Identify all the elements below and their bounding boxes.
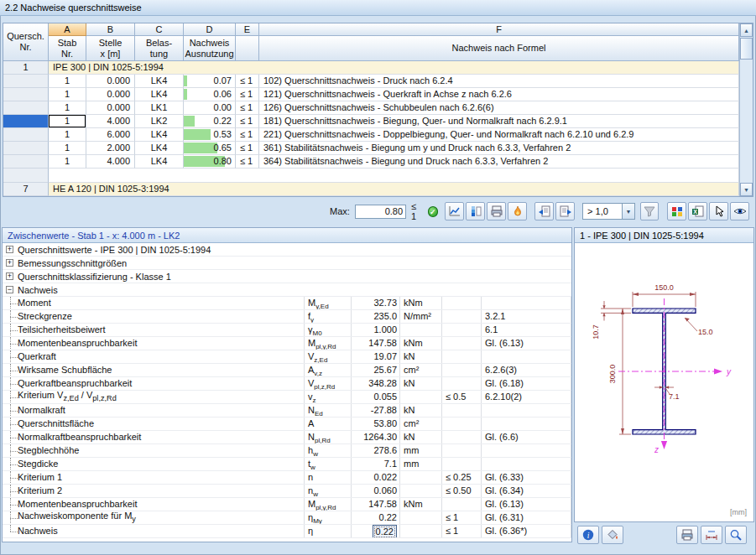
table-group-row[interactable]: 7 HE A 120 | DIN 1025-3:1994	[3, 183, 739, 196]
expand-toggle-icon[interactable]: +	[6, 259, 13, 267]
criterion: ≤ 0.25	[442, 471, 482, 484]
scroll-thumb[interactable]	[740, 38, 753, 60]
column-letter-f[interactable]: F	[259, 23, 739, 36]
magnifier-icon	[729, 529, 743, 541]
zoom-section-button[interactable]	[725, 526, 747, 544]
color-scale-button[interactable]	[466, 202, 485, 220]
details-row[interactable]: Querkraftbeanspruchbarkeit Vpl,z,Rd 348.…	[3, 377, 571, 391]
print-graphic-button[interactable]	[676, 526, 698, 544]
table-row[interactable]: 1 4.000 LK4 0.80 ≤ 1 364) Stabilitätsnac…	[3, 155, 739, 169]
row-selector-cell[interactable]	[3, 128, 49, 142]
column-letter-c[interactable]: C	[135, 23, 184, 36]
next-table-button[interactable]	[555, 202, 575, 220]
value-cell: 0.022	[352, 471, 400, 484]
filter-button[interactable]	[640, 202, 659, 220]
row-selector-cell[interactable]	[3, 101, 49, 115]
symbol-cell: hw	[305, 444, 352, 457]
table-row[interactable]: 1 0.000 LK4 0.06 ≤ 1 121) Querschnittsna…	[3, 88, 739, 101]
table-row[interactable]: 1 0.000 LK1 0.00 ≤ 1 126) Querschnittsna…	[3, 101, 739, 115]
excel-export-button[interactable]: X	[688, 202, 707, 220]
header-line: Belas-	[146, 38, 172, 49]
panel-buttons-left: i	[577, 526, 623, 544]
table-group-row[interactable]	[3, 169, 739, 183]
column-header-e-empty[interactable]	[236, 36, 259, 61]
details-row[interactable]: Stegdicke tw 7.1 mm	[3, 458, 571, 471]
utilization-filter-select[interactable]: > 1,0 ▼	[582, 203, 635, 220]
column-letter-a[interactable]: A	[49, 23, 86, 36]
details-row[interactable]: Wirksame Schubfläche Av,z 25.67 cm² 6.2.…	[3, 364, 571, 377]
row-selector-cell[interactable]	[3, 115, 49, 128]
prev-table-button[interactable]	[534, 202, 554, 220]
column-header-stab[interactable]: Stab Nr.	[49, 36, 86, 61]
row-selector-cell[interactable]	[3, 75, 49, 88]
details-row[interactable]: Teilsicherheitsbeiwert γM0 1.000 6.1	[3, 324, 571, 337]
row-selector-cell[interactable]	[3, 88, 49, 101]
dimensioning-button[interactable]	[701, 526, 722, 544]
details-group-row[interactable]: − Nachweis	[3, 283, 571, 297]
row-selector-cell[interactable]	[3, 155, 49, 169]
details-group-row[interactable]: + Querschnittswerte - IPE 300 | DIN 1025…	[3, 243, 571, 257]
details-row[interactable]: Querkraft Vz,Ed 19.07 kN	[3, 350, 571, 364]
details-row[interactable]: Kriterium 2 nw 0.060 ≤ 0.50 Gl. (6.34)	[3, 485, 571, 498]
column-header-formel[interactable]: Nachweis nach Formel	[259, 36, 739, 61]
unit: cm²	[400, 418, 442, 430]
criterion	[442, 337, 482, 350]
details-row[interactable]: Stegblechhöhe hw 278.6 mm	[3, 444, 571, 458]
table-row[interactable]: 1 2.000 LK4 0.65 ≤ 1 361) Stabilitätsnac…	[3, 142, 739, 155]
column-header-quersch-nr[interactable]: Quersch. Nr.	[3, 23, 49, 61]
fire-design-button[interactable]	[508, 202, 527, 220]
criterion-cell: ≤ 1	[236, 101, 259, 115]
table-row[interactable]: 1 4.000 LK2 0.22 ≤ 1 181) Querschnittsna…	[3, 115, 739, 128]
details-row[interactable]: Normalkraft NEd -27.88 kN	[3, 404, 571, 418]
result-diagram-button[interactable]	[445, 202, 464, 220]
utilization-value: 0.22	[214, 115, 232, 127]
column-header-nachweis[interactable]: Nachweis Ausnutzung	[184, 36, 236, 61]
details-row[interactable]: Moment My,Ed 32.73 kNm	[3, 297, 571, 310]
chevron-down-icon[interactable]: ▼	[622, 204, 634, 219]
details-row[interactable]: Nachweis η 0.22 ≤ 1 Gl. (6.36*)	[3, 525, 571, 538]
unit: kNm	[400, 498, 442, 511]
details-row[interactable]: Querschnittsfläche A 53.80 cm²	[3, 418, 571, 431]
details-row[interactable]: Kriterium Vz,Ed / Vpl,z,Rd vz 0.055 ≤ 0.…	[3, 391, 571, 404]
column-letter-b[interactable]: B	[86, 23, 135, 36]
column-header-belastung[interactable]: Belas- tung	[135, 36, 184, 61]
column-letter-e[interactable]: E	[236, 23, 259, 36]
pick-object-button[interactable]	[709, 202, 728, 220]
expand-toggle-icon[interactable]: −	[6, 286, 13, 293]
details-row[interactable]: Momentenbeanspruchbarkeit Mpl,y,Rd 147.5…	[3, 498, 571, 511]
visibility-button[interactable]	[730, 202, 749, 220]
details-row[interactable]: Nachweiskomponente für My ηMy 0.22 ≤ 1 G…	[3, 511, 571, 525]
details-row[interactable]: Momentenbeanspruchbarkeit Mpl,y,Rd 147.5…	[3, 337, 571, 350]
flange-dimension	[601, 301, 631, 321]
details-group-row[interactable]: + Querschnittsklassifizierung - Klasse 1	[3, 270, 571, 283]
symbol-cell: Av,z	[305, 364, 352, 376]
max-value-field[interactable]: 0.80	[355, 205, 406, 219]
column-header-stelle[interactable]: Stelle x [m]	[86, 36, 135, 61]
table-row[interactable]: 1 6.000 LK4 0.53 ≤ 1 221) Querschnittsna…	[3, 128, 739, 142]
header-line: Ausnutzung	[185, 49, 233, 60]
symbol-main: A	[308, 418, 314, 428]
group-section-label: HE A 120 | DIN 1025-3:1994	[49, 183, 739, 196]
info-button[interactable]: i	[577, 526, 599, 544]
details-group-row[interactable]: + Bemessungsschnittgrößen	[3, 257, 571, 270]
table-row[interactable]: 1 0.000 LK4 0.07 ≤ 1 102) Querschnittsna…	[3, 75, 739, 88]
details-row[interactable]: Streckgrenze fy 235.0 N/mm² 3.2.1	[3, 310, 571, 324]
scroll-down-button[interactable]: ▼	[740, 183, 753, 196]
details-row[interactable]: Kriterium 1 n 0.022 ≤ 0.25 Gl. (6.33)	[3, 471, 571, 485]
unit	[400, 485, 442, 497]
table-group-row[interactable]: 1 IPE 300 | DIN 1025-5:1994	[3, 61, 739, 75]
print-preview-button[interactable]	[487, 202, 506, 220]
color-relation-button[interactable]	[667, 202, 686, 220]
row-selector-cell[interactable]	[3, 142, 49, 155]
expand-toggle-icon[interactable]: +	[6, 246, 13, 253]
unit	[400, 391, 442, 403]
colors-button[interactable]	[602, 526, 623, 544]
details-row-label: Momentenbeanspruchbarkeit	[18, 337, 137, 350]
details-row[interactable]: Normalkraftbeanspruchbarkeit Npl,Rd 1264…	[3, 431, 571, 444]
symbol-cell: η	[305, 525, 352, 537]
expand-toggle-icon[interactable]: +	[6, 272, 13, 280]
scroll-up-button[interactable]: ▲	[740, 23, 753, 37]
symbol-cell: fy	[305, 310, 352, 323]
results-scrollbar[interactable]: ▲ ▼	[739, 23, 753, 196]
column-letter-d[interactable]: D	[184, 23, 236, 36]
